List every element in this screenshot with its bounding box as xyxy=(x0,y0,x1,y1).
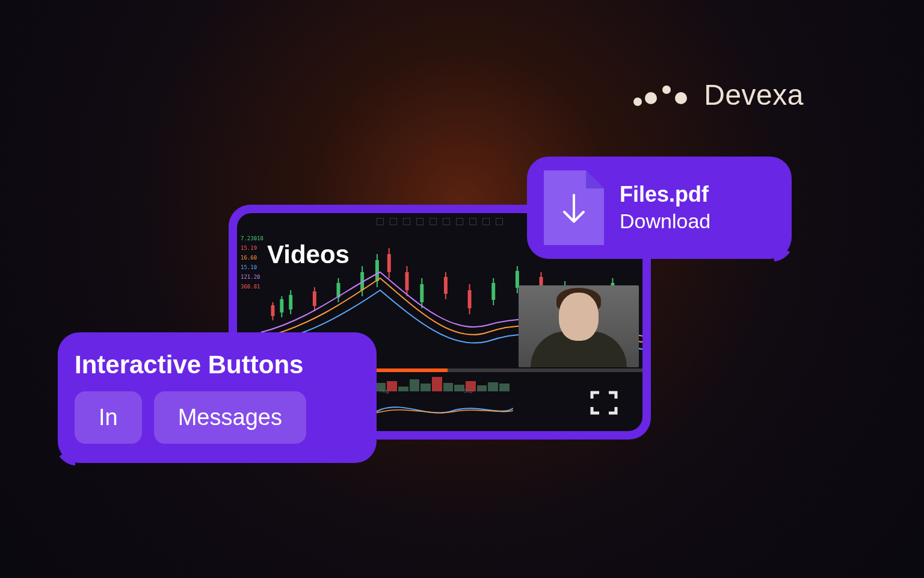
svg-rect-23 xyxy=(420,284,424,302)
svg-rect-11 xyxy=(313,291,316,306)
file-download-bubble[interactable]: Files.pdf Download xyxy=(527,157,792,259)
svg-rect-19 xyxy=(387,254,391,272)
svg-rect-5 xyxy=(271,305,274,316)
fullscreen-icon[interactable] xyxy=(590,390,618,415)
svg-point-0 xyxy=(633,98,642,106)
svg-point-3 xyxy=(675,92,687,104)
pill-button-messages[interactable]: Messages xyxy=(154,391,306,444)
svg-rect-7 xyxy=(280,299,283,312)
svg-rect-29 xyxy=(491,283,495,300)
video-title: Videos xyxy=(267,240,350,269)
svg-rect-21 xyxy=(405,272,409,290)
presenter-thumbnail xyxy=(519,285,639,367)
interactive-buttons-bubble: Interactive Buttons In Messages xyxy=(58,332,377,463)
svg-rect-27 xyxy=(468,290,472,308)
brand-logo: Devexa xyxy=(629,78,804,111)
pill-button-in[interactable]: In xyxy=(75,391,142,444)
svg-rect-17 xyxy=(375,260,379,281)
svg-point-1 xyxy=(645,92,657,104)
file-action: Download xyxy=(620,210,710,233)
svg-rect-25 xyxy=(444,277,448,294)
svg-rect-9 xyxy=(289,295,292,309)
bubble-title: Interactive Buttons xyxy=(75,350,360,379)
svg-point-2 xyxy=(662,85,671,94)
file-icon xyxy=(544,170,604,245)
file-name: Files.pdf xyxy=(620,182,710,207)
file-text: Files.pdf Download xyxy=(620,182,710,234)
brand-name: Devexa xyxy=(704,78,804,111)
brand-dots-icon xyxy=(629,80,689,110)
